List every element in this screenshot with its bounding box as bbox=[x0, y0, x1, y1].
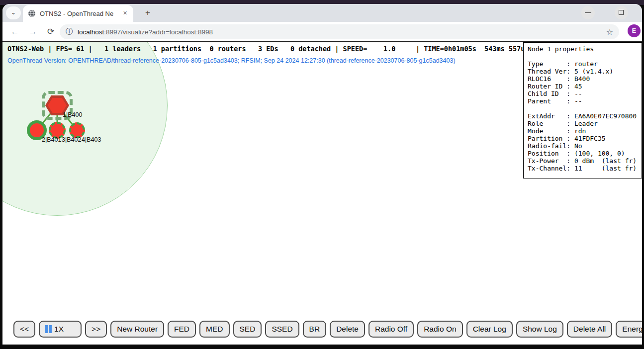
tab-favicon-globe-icon bbox=[28, 9, 36, 17]
node-3-label: 3|B402 bbox=[62, 136, 81, 143]
show-log-button[interactable]: Show Log bbox=[516, 321, 563, 338]
sed-button[interactable]: SED bbox=[233, 321, 262, 338]
delete-all-button[interactable]: Delete All bbox=[567, 321, 612, 338]
br-button[interactable]: BR bbox=[303, 321, 327, 338]
reload-icon[interactable]: ⟳ bbox=[44, 25, 57, 38]
action-toolbar: << 1X >> New Router FED MED SED SSED BR … bbox=[13, 321, 642, 338]
forward-icon[interactable]: → bbox=[26, 25, 39, 38]
speed-down-button[interactable]: << bbox=[13, 321, 35, 338]
tab-title: OTNS2 - OpenThread Ne bbox=[40, 10, 121, 17]
site-info-icon[interactable]: ⓘ bbox=[66, 27, 73, 36]
delete-button[interactable]: Delete bbox=[330, 321, 365, 338]
node-properties-panel: Node 1 properties Type : router Thread V… bbox=[523, 42, 642, 178]
openthread-version-line: OpenThread Version: OPENTHREAD/thread-re… bbox=[7, 57, 456, 64]
pause-icon bbox=[45, 325, 52, 333]
radio-off-button[interactable]: Radio Off bbox=[368, 321, 414, 338]
url-text[interactable]: localhost:8997/visualize?addr=localhost:… bbox=[78, 28, 602, 36]
url-path: :8997/visualize?addr=localhost:8998 bbox=[104, 28, 213, 36]
tab-strip: ⌄ OTNS2 - OpenThread Ne × + bbox=[2, 4, 642, 22]
bookmark-star-icon[interactable]: ☆ bbox=[606, 27, 613, 37]
profile-avatar[interactable]: E bbox=[628, 24, 641, 37]
node-4-label: 4|B403 bbox=[82, 136, 101, 143]
browser-window: ⌄ OTNS2 - OpenThread Ne × + bbox=[2, 4, 642, 345]
back-icon[interactable]: ← bbox=[8, 25, 21, 38]
minimize-button[interactable] bbox=[581, 6, 595, 19]
pause-speed-button[interactable]: 1X bbox=[39, 321, 82, 338]
tab-close-icon[interactable]: × bbox=[121, 9, 129, 18]
url-host: localhost bbox=[78, 28, 104, 36]
url-bar[interactable]: ⓘ localhost:8997/visualize?addr=localhos… bbox=[60, 24, 619, 39]
node-1-hexagon-fill bbox=[48, 98, 67, 113]
screenshot-frame: ⌄ OTNS2 - OpenThread Ne × + bbox=[0, 0, 644, 349]
maximize-icon bbox=[619, 10, 624, 15]
tab-search-chevron-icon[interactable]: ⌄ bbox=[6, 6, 21, 19]
maximize-button[interactable] bbox=[615, 6, 628, 19]
radio-on-button[interactable]: Radio On bbox=[417, 321, 462, 338]
simulation-status-bar: OTNS2-Web | FPS= 61 | 1 leaders 1 partit… bbox=[7, 45, 529, 53]
tab-otns2[interactable]: OTNS2 - OpenThread Ne × bbox=[23, 5, 133, 22]
energy-stats-button[interactable]: Energy-stats ↗ bbox=[616, 321, 642, 338]
new-tab-button[interactable]: + bbox=[142, 7, 154, 19]
clear-log-button[interactable]: Clear Log bbox=[466, 321, 513, 338]
speed-label: 1X bbox=[54, 325, 64, 334]
speed-up-button[interactable]: >> bbox=[85, 321, 107, 338]
node-2-label: 2|B401 bbox=[42, 136, 61, 143]
node-1-label: 1|B400 bbox=[63, 111, 82, 118]
ssed-button[interactable]: SSED bbox=[265, 321, 299, 338]
browser-toolbar: ← → ⟳ ⓘ localhost:8997/visualize?addr=lo… bbox=[2, 22, 642, 42]
med-button[interactable]: MED bbox=[199, 321, 229, 338]
minimize-icon bbox=[585, 12, 591, 13]
otns-visualizer-canvas: OTNS2-Web | FPS= 61 | 1 leaders 1 partit… bbox=[2, 42, 642, 344]
node-properties-text: Node 1 properties Type : router Thread V… bbox=[528, 45, 638, 172]
new-router-button[interactable]: New Router bbox=[110, 321, 164, 338]
window-controls bbox=[581, 6, 628, 19]
fed-button[interactable]: FED bbox=[168, 321, 196, 338]
